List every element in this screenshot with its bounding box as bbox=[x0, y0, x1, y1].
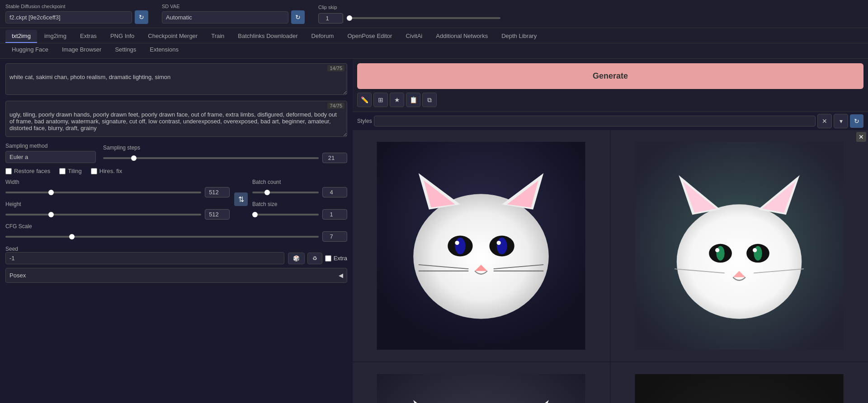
tab-checkpoint-merger[interactable]: Checkpoint Merger bbox=[142, 30, 204, 43]
dims-row: Width 512 Height 512 ⇅ bbox=[5, 179, 347, 220]
vae-select-wrap: Automatic bbox=[162, 11, 288, 23]
tool-icons-row: ✏️ ⊞ ★ 📋 ⧉ bbox=[357, 93, 863, 107]
generate-area: Generate ✏️ ⊞ ★ 📋 ⧉ bbox=[353, 59, 868, 112]
tiling-label: Tiling bbox=[68, 168, 82, 174]
positive-prompt-box: 14/75 bbox=[5, 63, 347, 96]
tabs-row-1: txt2img img2img Extras PNG Info Checkpoi… bbox=[0, 28, 868, 43]
tiling-input[interactable] bbox=[59, 168, 66, 174]
tab-deforum[interactable]: Deforum bbox=[305, 30, 340, 43]
styles-dropdown-btn[interactable]: ▾ bbox=[834, 114, 848, 128]
batch-size-input[interactable]: 1 bbox=[322, 209, 347, 220]
seed-recycle-btn[interactable]: ♻ bbox=[307, 253, 322, 264]
tab-extras[interactable]: Extras bbox=[74, 30, 103, 43]
batch-count-input[interactable]: 4 bbox=[322, 187, 347, 197]
steps-input[interactable]: 21 bbox=[322, 153, 347, 163]
checkpoint-select-wrap: f2.ckpt [9e2c6ceff3] bbox=[5, 11, 132, 23]
posex-row: Posex ◀ bbox=[5, 268, 347, 283]
batch-count-label: Batch count bbox=[252, 179, 347, 185]
hires-fix-checkbox[interactable]: Hires. fix bbox=[91, 168, 123, 174]
vae-select[interactable]: Automatic bbox=[162, 11, 288, 23]
styles-refresh-btn[interactable]: ↻ bbox=[850, 114, 863, 128]
image-grid bbox=[353, 130, 868, 403]
steps-row: 21 bbox=[103, 153, 347, 163]
batch-count-slider[interactable] bbox=[252, 192, 319, 193]
clip-skip-slider[interactable] bbox=[347, 17, 500, 19]
image-cell-1[interactable] bbox=[353, 130, 610, 361]
cat-image-4 bbox=[623, 374, 855, 403]
restore-faces-checkbox[interactable]: Restore faces bbox=[5, 168, 50, 174]
hires-fix-label: Hires. fix bbox=[99, 168, 123, 174]
height-slider[interactable] bbox=[5, 214, 201, 216]
tiling-checkbox[interactable]: Tiling bbox=[59, 168, 82, 174]
cfg-row: CFG Scale 7 bbox=[5, 223, 347, 242]
batch-group: Batch count 4 Batch size 1 bbox=[252, 179, 347, 220]
tab-openpose[interactable]: OpenPose Editor bbox=[341, 30, 398, 43]
cfg-label: CFG Scale bbox=[5, 223, 347, 230]
tab-huggingface[interactable]: Hugging Face bbox=[5, 43, 55, 56]
negative-prompt[interactable] bbox=[5, 101, 347, 137]
tab-civitai[interactable]: CivitAi bbox=[399, 30, 429, 43]
tab-batchlinks[interactable]: Batchlinks Downloader bbox=[231, 30, 304, 43]
vae-group: SD VAE Automatic ↻ bbox=[162, 4, 305, 24]
negative-prompt-box: 74/75 bbox=[5, 101, 347, 138]
seed-input[interactable]: -1 bbox=[5, 252, 284, 264]
height-input[interactable]: 512 bbox=[205, 209, 230, 220]
restore-faces-input[interactable] bbox=[5, 168, 12, 174]
clip-skip-area: Clip skip 1 bbox=[318, 5, 500, 23]
checkpoint-select[interactable]: f2.ckpt [9e2c6ceff3] bbox=[5, 11, 132, 23]
seed-buttons: 🎲 ♻ Extra bbox=[288, 253, 347, 264]
styles-clear-btn[interactable]: ✕ bbox=[817, 114, 832, 128]
seed-dice-btn[interactable]: 🎲 bbox=[288, 253, 305, 264]
svg-point-9 bbox=[497, 238, 507, 254]
width-slider[interactable] bbox=[5, 192, 201, 193]
image-cell-2[interactable] bbox=[611, 130, 868, 361]
tab-additional-networks[interactable]: Additional Networks bbox=[429, 30, 494, 43]
batch-size-row: 1 bbox=[252, 209, 347, 220]
svg-rect-32 bbox=[377, 374, 585, 403]
tab-settings[interactable]: Settings bbox=[108, 43, 142, 56]
generate-button[interactable]: Generate bbox=[357, 63, 863, 89]
height-label: Height bbox=[5, 201, 230, 207]
image-output-area: ✕ bbox=[353, 130, 868, 403]
book-btn[interactable]: 📋 bbox=[406, 93, 420, 107]
sampling-method-group: Sampling method Euler a bbox=[5, 143, 96, 163]
cfg-input[interactable]: 7 bbox=[322, 231, 347, 242]
cat-image-3 bbox=[365, 374, 597, 403]
hires-fix-input[interactable] bbox=[91, 168, 97, 174]
extra-checkbox[interactable]: Extra bbox=[325, 253, 347, 264]
positive-prompt[interactable] bbox=[5, 63, 347, 95]
sampling-method-select[interactable]: Euler a bbox=[5, 151, 96, 163]
checkpoint-refresh-btn[interactable]: ↻ bbox=[135, 10, 148, 24]
posex-label: Posex bbox=[9, 272, 26, 279]
extra-input[interactable] bbox=[325, 255, 331, 262]
batch-size-slider[interactable] bbox=[252, 214, 319, 216]
styles-row: Styles ✕ ▾ ↻ bbox=[353, 112, 868, 130]
width-input[interactable]: 512 bbox=[205, 187, 230, 197]
close-output-btn[interactable]: ✕ bbox=[856, 132, 866, 142]
tab-depth-library[interactable]: Depth Library bbox=[495, 30, 543, 43]
seed-section: Seed -1 🎲 ♻ Extra bbox=[5, 245, 347, 264]
steps-slider[interactable] bbox=[103, 157, 319, 159]
sampling-method-label: Sampling method bbox=[5, 143, 96, 149]
cfg-slider[interactable] bbox=[5, 236, 319, 238]
layers-btn[interactable]: ⧉ bbox=[422, 93, 437, 107]
seed-row: -1 🎲 ♻ Extra bbox=[5, 252, 347, 264]
tab-img2img[interactable]: img2img bbox=[38, 30, 73, 43]
image-cell-3[interactable] bbox=[353, 362, 610, 403]
tab-extensions[interactable]: Extensions bbox=[143, 43, 185, 56]
star-btn[interactable]: ★ bbox=[390, 93, 404, 107]
image-cell-4[interactable] bbox=[611, 362, 868, 403]
tab-image-browser[interactable]: Image Browser bbox=[56, 43, 108, 56]
styles-input[interactable] bbox=[374, 116, 816, 127]
clip-skip-input[interactable]: 1 bbox=[318, 13, 343, 23]
tab-train[interactable]: Train bbox=[205, 30, 231, 43]
pencil-btn[interactable]: ✏️ bbox=[357, 93, 372, 107]
tab-pnginfo[interactable]: PNG Info bbox=[104, 30, 141, 43]
svg-point-10 bbox=[455, 241, 459, 245]
swap-dims-btn[interactable]: ⇅ bbox=[234, 192, 248, 206]
extra-label: Extra bbox=[334, 255, 347, 262]
positive-prompt-counter: 14/75 bbox=[327, 65, 344, 71]
grid-btn[interactable]: ⊞ bbox=[373, 93, 388, 107]
vae-refresh-btn[interactable]: ↻ bbox=[291, 10, 305, 24]
tab-txt2img[interactable]: txt2img bbox=[5, 30, 37, 43]
